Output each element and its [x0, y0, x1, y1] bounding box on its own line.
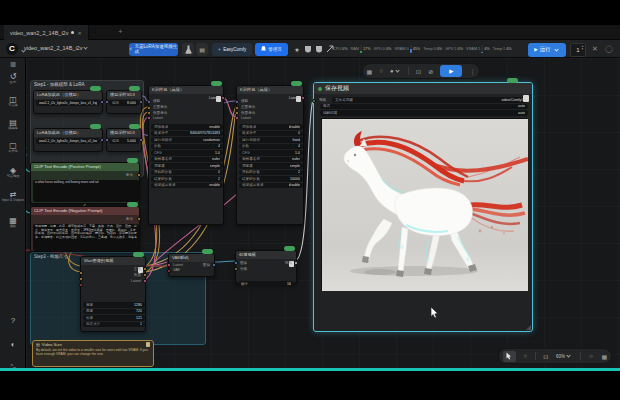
fit-zoom-icon[interactable]: ⊡ [543, 353, 548, 360]
model-input-port[interactable] [105, 138, 109, 142]
positive-input-port[interactable] [79, 271, 83, 275]
manager-label: 管理器 [268, 47, 282, 52]
node-ksampler-1[interactable]: K采样器（高级） 模型 正面条件 负面条件 Latent Latent 添加噪波… [148, 85, 224, 225]
sidebar-item-templates[interactable]: ▦模板 [0, 216, 26, 229]
model-output-port[interactable] [139, 138, 143, 142]
image-output-port[interactable] [212, 263, 216, 267]
model-input-port[interactable] [235, 100, 239, 104]
group-step3-title: Step3 - 视频尺寸 [34, 254, 68, 259]
node-ksampler-2[interactable]: K采样器（高级） 模型 正面条件 负面条件 Latent Latent 添加噪波… [236, 85, 304, 225]
sidebar-item-queue[interactable]: ↺队列 [0, 72, 26, 85]
node-wan-image-to-video[interactable]: Wan图像到视频 正面 负面 Latent 宽度1280 高度720 长度121… [80, 256, 146, 332]
node-modelsampling-high[interactable]: 模型采样SD3 偏移8.000 [106, 90, 142, 114]
lora-name-value[interactable]: wan2.2_i2v_lightx2v_4steps_lora_v1_low_n… [39, 139, 97, 143]
grid-snap-icon[interactable]: ▦ [367, 68, 373, 75]
resize-handle[interactable] [526, 325, 531, 330]
negative-input-port[interactable] [79, 277, 83, 281]
new-tab-button[interactable]: + [118, 27, 123, 36]
note-icon[interactable] [523, 95, 529, 102]
latent-output-port[interactable] [143, 279, 147, 283]
latent-input-port[interactable] [167, 263, 171, 267]
workflow-tab[interactable]: video_wan2_2_14B_i2v ✕ [4, 25, 89, 40]
pan-tool-icon[interactable]: ○ [523, 353, 527, 359]
sidebar-toggle[interactable]: ▥ [0, 60, 26, 69]
toolbar-divider [535, 352, 536, 360]
lora-name-value[interactable]: wan2.2_i2v_lightx2v_4steps_lora_v1_high_… [39, 101, 97, 105]
stat-gpu1: GPU 10% [445, 47, 463, 51]
sidebar-item-workflows[interactable]: ▢工作流 [0, 141, 26, 154]
system-stats: CPU0% RAM17% GPU 00% VRAM 045% Temp 00% … [333, 42, 521, 56]
latent-output-port[interactable] [221, 96, 225, 100]
clear-icon[interactable]: ⊘ [428, 68, 433, 75]
model-output-port[interactable] [100, 100, 104, 104]
run-label: 运行 [540, 46, 551, 53]
accelerate-video-button[interactable]: ⚡ 无需LoRA加速视频生成 [129, 43, 178, 56]
run-button[interactable]: ▶ 运行 [528, 43, 566, 57]
vae-input-port[interactable] [167, 269, 171, 273]
node-vae-decode[interactable]: VAE解码 Latent VAE 图像 [168, 253, 215, 277]
audio-input-port[interactable] [234, 267, 238, 271]
lightbulb-icon[interactable]: ☼ [588, 353, 594, 359]
latent-input-port[interactable] [235, 116, 239, 120]
positive-input-port[interactable] [147, 106, 151, 110]
manager-button[interactable]: 管理器 [255, 43, 288, 56]
close-tab-icon[interactable]: ✕ [77, 30, 81, 36]
video-input-port[interactable] [312, 99, 316, 103]
workflow-name-dropdown[interactable]: video_wan2_2_14B_i2v [24, 45, 89, 51]
model-input-port[interactable] [105, 100, 109, 104]
node-clip-negative[interactable]: CLIP Text Encode (Negative Prompt) 条件 色调… [30, 206, 140, 252]
node-modelsampling-low[interactable]: 模型采样SD3 偏移5.000 [106, 128, 142, 152]
conditioning-output-port[interactable] [137, 217, 141, 221]
negative-input-port[interactable] [147, 111, 151, 115]
node-clip-positive[interactable]: CLIP Text Encode (Positive Prompt) 条件 a … [30, 162, 140, 204]
select-tool-button[interactable] [503, 351, 516, 362]
conditioning-output-port[interactable] [137, 173, 141, 177]
node-save-video[interactable]: 保存视频 视频 文件名前缀video/ComfyUI 格式auto 编解码器au… [313, 82, 533, 332]
easycomfy-button[interactable]: ✦ EasyComfy [212, 43, 252, 56]
latent-output-port[interactable] [301, 96, 305, 100]
image-input-port[interactable] [234, 261, 238, 265]
sidebar-item-theme[interactable]: ◐ [0, 340, 26, 349]
help-icon: ? [0, 316, 26, 325]
stepper-arrows-icon[interactable]: ▲▼ [581, 45, 584, 51]
video-output-port[interactable] [294, 261, 298, 265]
vram0-bar [410, 45, 412, 53]
node-title: CLIP Text Encode (Positive Prompt) [31, 163, 139, 171]
fit-view-icon[interactable]: ⊡ [416, 68, 421, 75]
positive-output-port[interactable] [143, 267, 147, 271]
zoom-level-dropdown[interactable]: 60% [556, 354, 572, 359]
collapse-dot-icon[interactable] [318, 87, 322, 91]
queue-status-icon[interactable]: ◯ [605, 45, 613, 53]
clear-queue-icon[interactable]: ✕ [592, 45, 598, 53]
model-output-port[interactable] [139, 100, 143, 104]
minimap-icon[interactable]: ▦ [601, 353, 607, 360]
model-input-port[interactable] [147, 100, 151, 104]
model-output-port[interactable] [100, 138, 104, 142]
sidebar-item-node-map[interactable]: ◈节点地图 [0, 166, 26, 179]
canvas-run-button[interactable]: ▶ [440, 65, 462, 77]
sidebar-item-model-library[interactable]: ▤模型库 [0, 118, 26, 131]
node-title: 创建视频 [236, 251, 296, 259]
comfyui-logo[interactable]: C [6, 43, 18, 55]
negative-input-port[interactable] [235, 111, 239, 115]
negative-prompt-textarea[interactable]: 色调艳丽，过曝，静态，细节模糊不清，字幕，风格，作品，画作，画面，静止，整体发灰… [33, 224, 139, 251]
node-note-video-size[interactable]: ▤ Video Size By default, we set the vide… [32, 340, 154, 367]
link-visibility-icon[interactable]: ○ [379, 68, 383, 74]
node-create-video[interactable]: 创建视频 图像 音频 视频 帧率16 [235, 250, 297, 284]
vae-input-port[interactable] [79, 283, 83, 287]
sidebar-item-node-library[interactable]: ◫节点库 [0, 95, 26, 108]
positive-input-port[interactable] [235, 106, 239, 110]
node-lora-low[interactable]: LoRA加载器（仅模型） wan2.2_i2v_lightx2v_4steps_… [33, 128, 103, 152]
batch-count-stepper[interactable]: 1 ▲▼ [570, 43, 586, 57]
video-preview-image[interactable] [321, 118, 527, 290]
sidebar-item-help[interactable]: ? [0, 316, 26, 325]
more-options-icon[interactable]: ⋮ [469, 68, 475, 75]
negative-output-port[interactable] [143, 273, 147, 277]
positive-prompt-textarea[interactable]: a white horse walking, red flowing mane … [33, 180, 139, 202]
sidebar-item-inputs-outputs[interactable]: ⇄Input & Outputs [0, 190, 26, 203]
latent-input-port[interactable] [147, 116, 151, 120]
beta-flask-button[interactable] [182, 43, 194, 56]
render-mode-icon[interactable]: ● [390, 68, 401, 74]
template-clipboard-button[interactable]: ▤ [196, 43, 208, 56]
node-lora-high[interactable]: LoRA加载器（仅模型） wan2.2_i2v_lightx2v_4steps_… [33, 90, 103, 114]
